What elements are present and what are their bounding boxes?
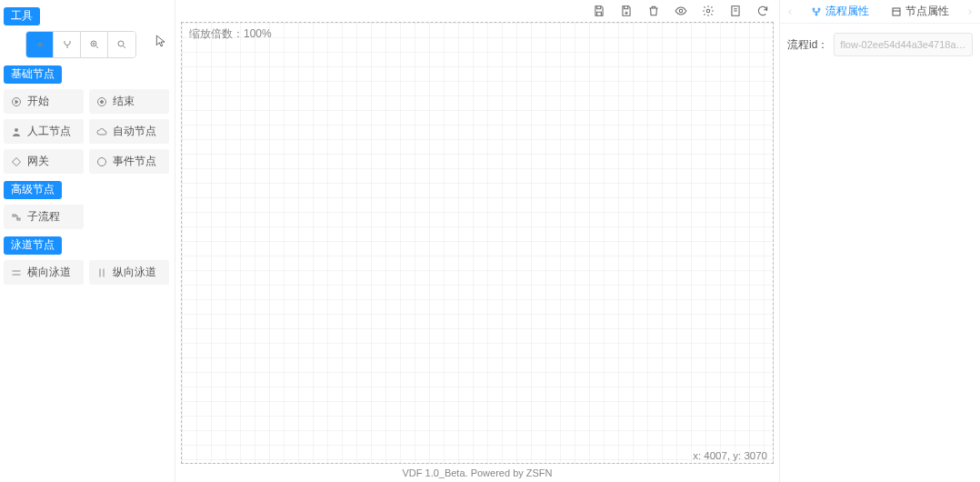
toolbar-zoom-in-button[interactable] <box>81 32 108 57</box>
svg-point-12 <box>813 8 815 10</box>
node-item-event[interactable]: 事件节点 <box>89 149 169 174</box>
toolbar-fork-button[interactable] <box>54 32 81 57</box>
section-header-basic: 基础节点 <box>4 65 62 84</box>
gateway-icon <box>11 156 22 167</box>
svg-point-6 <box>98 157 106 166</box>
flow-prop-icon <box>811 6 822 17</box>
properties-tabs: 流程属性 节点属性 <box>780 0 980 24</box>
svg-point-9 <box>679 9 683 13</box>
advanced-nodes-grid: 子流程 <box>4 205 169 229</box>
node-item-subflow[interactable]: 子流程 <box>4 205 84 229</box>
tab-flow-properties[interactable]: 流程属性 <box>805 4 875 19</box>
toolbar-refresh-button[interactable] <box>755 4 770 18</box>
tab-scroll-right[interactable] <box>964 7 976 16</box>
toolbar-save-button[interactable] <box>592 4 606 18</box>
toolbar-export-button[interactable] <box>728 4 743 18</box>
subflow-icon <box>11 212 22 223</box>
left-sidebar: 工具 基础节点 <box>0 0 175 482</box>
toolbar-delete-button[interactable] <box>646 4 661 18</box>
stop-circle-icon <box>96 96 107 107</box>
canvas-wrap: 缩放倍数：100% x: 4007, y: 3070 <box>181 22 774 464</box>
tab-scroll-left[interactable] <box>784 7 796 16</box>
v-lane-icon <box>96 267 107 278</box>
svg-point-10 <box>706 9 710 13</box>
node-item-gateway[interactable]: 网关 <box>4 149 84 174</box>
toolbar-add-button[interactable] <box>26 32 54 57</box>
toolbar-save-as-button[interactable] <box>619 4 634 18</box>
tab-node-properties[interactable]: 节点属性 <box>885 4 955 19</box>
node-item-vertical-lane[interactable]: 纵向泳道 <box>89 260 169 285</box>
svg-point-5 <box>15 128 18 132</box>
node-label: 自动节点 <box>113 124 156 139</box>
node-item-start[interactable]: 开始 <box>4 89 84 114</box>
section-header-advanced: 高级节点 <box>4 181 62 199</box>
top-toolbar <box>175 0 779 22</box>
node-item-horizontal-lane[interactable]: 横向泳道 <box>4 260 84 285</box>
event-circle-icon <box>96 156 107 167</box>
zoom-in-icon <box>89 39 100 50</box>
zoom-indicator: 缩放倍数：100% <box>189 26 272 42</box>
node-label: 人工节点 <box>27 124 71 139</box>
flow-id-row: 流程id： <box>787 33 973 56</box>
footer-text: VDF 1.0_Beta. Powered by ZSFN <box>175 464 779 482</box>
tab-label: 节点属性 <box>905 4 949 19</box>
cloud-icon <box>96 126 107 137</box>
tools-header: 工具 <box>4 7 40 25</box>
node-label: 子流程 <box>27 209 60 225</box>
toolbar-preview-button[interactable] <box>674 4 688 18</box>
node-label: 横向泳道 <box>27 265 71 280</box>
section-header-lane: 泳道节点 <box>4 236 62 255</box>
sidebar-toolbar <box>25 31 136 58</box>
node-item-end[interactable]: 结束 <box>89 89 169 114</box>
fork-icon <box>62 39 73 50</box>
user-icon <box>11 126 22 137</box>
node-item-human-task[interactable]: 人工节点 <box>4 119 84 144</box>
center-area: 缩放倍数：100% x: 4007, y: 3070 VDF 1.0_Beta.… <box>175 0 780 482</box>
right-panel: 流程属性 节点属性 流程id： <box>780 0 980 482</box>
node-label: 事件节点 <box>113 154 156 169</box>
properties-body: 流程id： <box>780 24 980 65</box>
node-label: 网关 <box>27 154 49 169</box>
svg-rect-7 <box>13 215 15 216</box>
plus-icon <box>35 39 45 50</box>
node-prop-icon <box>891 6 902 17</box>
toolbar-settings-button[interactable] <box>701 4 715 18</box>
lane-nodes-grid: 横向泳道 纵向泳道 <box>4 260 169 285</box>
flow-id-label: 流程id： <box>787 37 828 53</box>
svg-point-14 <box>815 14 817 15</box>
svg-rect-15 <box>893 8 900 15</box>
node-label: 纵向泳道 <box>113 265 156 280</box>
svg-point-13 <box>818 8 820 10</box>
tab-label: 流程属性 <box>825 4 869 19</box>
zoom-reset-icon <box>116 39 127 50</box>
svg-point-4 <box>101 100 104 103</box>
coord-indicator: x: 4007, y: 3070 <box>693 450 767 461</box>
h-lane-icon <box>11 267 22 278</box>
node-item-auto-task[interactable]: 自动节点 <box>89 119 169 144</box>
play-circle-icon <box>11 96 22 107</box>
flow-canvas[interactable]: 缩放倍数：100% x: 4007, y: 3070 <box>181 22 774 464</box>
node-label: 开始 <box>27 94 49 109</box>
flow-id-input[interactable] <box>834 33 973 56</box>
toolbar-zoom-reset-button[interactable] <box>108 32 135 57</box>
node-label: 结束 <box>113 94 135 109</box>
basic-nodes-grid: 开始 结束 人工节点 自动节点 网关 事件节点 <box>4 89 169 174</box>
svg-point-1 <box>118 41 124 46</box>
